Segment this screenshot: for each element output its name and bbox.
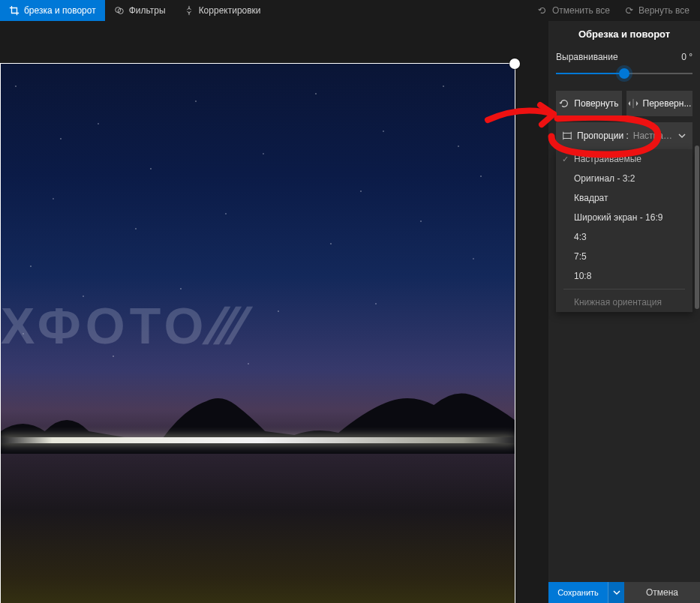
aspect-option-custom[interactable]: Настраиваемые [556,149,692,169]
undo-icon [537,5,548,16]
sidebar-crop: Обрезка и поворот Выравнивание 0 ° [548,21,700,603]
tab-crop-rotate[interactable]: брезка и поворот [0,0,105,21]
save-split-button[interactable] [608,582,624,603]
rotate-button[interactable]: Повернуть [556,91,622,116]
aspect-option-10-8[interactable]: 10:8 [556,266,692,286]
canvas-area[interactable]: ХФОТО/// [0,21,548,603]
rotate-label: Повернуть [574,98,618,109]
aspect-option-4-3[interactable]: 4:3 [556,227,692,247]
aspect-ratio-dropdown[interactable]: Пропорции : Настраиваем... [556,122,692,149]
adjustments-icon [184,5,194,16]
chevron-down-icon [613,589,620,596]
aspect-value: Настраиваем... [633,130,673,141]
menu-separator [563,289,685,290]
cancel-button[interactable]: Отмена [624,582,700,603]
aspect-option-widescreen[interactable]: Широкий экран - 16:9 [556,208,692,227]
tab-label: Корректировки [199,5,261,16]
chevron-down-icon [677,131,686,140]
flip-label: Переверн... [643,98,692,109]
redo-all-label: Вернуть все [638,5,689,16]
tab-label: Фильтры [129,5,166,16]
crop-icon [9,5,20,16]
save-button[interactable]: Сохранить [548,582,608,603]
straighten-label: Выравнивание [556,52,618,62]
aspect-label: Пропорции : [577,130,629,141]
footer-actions: Сохранить Отмена [548,582,700,603]
sidebar-title: Обрезка и поворот [548,21,700,44]
undo-all-button[interactable]: Отменить все [537,5,610,16]
undo-group: Отменить все Вернуть все [537,0,700,21]
aspect-option-square[interactable]: Квадрат [556,188,692,208]
flip-icon [628,98,638,109]
straighten-value: 0 ° [681,52,692,62]
dropdown-scrollbar[interactable] [695,146,699,309]
rotate-icon [559,98,569,109]
tab-filters[interactable]: Фильтры [105,0,175,21]
crop-handle-top-right[interactable] [509,58,520,69]
redo-all-button[interactable]: Вернуть все [623,5,689,16]
straighten-slider[interactable] [556,64,692,85]
aspect-orientation-portrait[interactable]: Книжная ориентация [556,292,692,312]
aspect-option-original[interactable]: Оригинал - 3:2 [556,169,692,188]
redo-icon [623,5,634,16]
tab-adjustments[interactable]: Корректировки [175,0,270,21]
undo-all-label: Отменить все [552,5,610,16]
watermark: ХФОТО/// [1,296,242,355]
tab-label: брезка и поворот [24,5,96,16]
aspect-ratio-menu: Настраиваемые Оригинал - 3:2 Квадрат Шир… [556,149,692,312]
crop-frame[interactable]: ХФОТО/// [0,63,515,603]
aspect-option-7-5[interactable]: 7:5 [556,247,692,266]
svg-rect-2 [563,134,572,139]
filters-icon [114,5,125,16]
slider-thumb[interactable] [619,68,629,79]
flip-button[interactable]: Переверн... [626,91,692,116]
top-toolbar: брезка и поворот Фильтры Корректировки О… [0,0,700,21]
aspect-icon [562,130,572,141]
image-preview: ХФОТО/// [1,64,515,603]
